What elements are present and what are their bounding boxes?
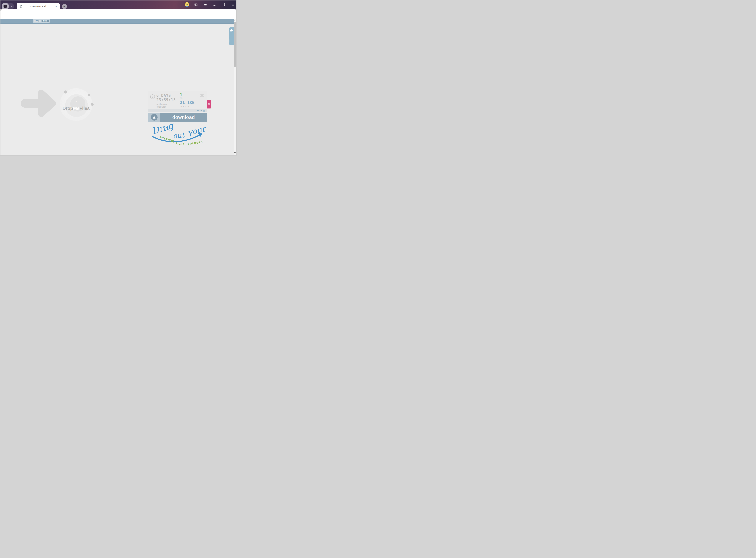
dropmefiles-logo: ↓ DropMeFiles	[60, 88, 92, 121]
like-side-tab[interactable]	[229, 27, 234, 45]
collections-bookmark-icon	[194, 3, 198, 6]
tabstrip-separator	[15, 5, 15, 8]
download-white-arrow-icon	[153, 116, 156, 119]
logo-down-arrow: ↓	[60, 97, 92, 103]
expiry-caption-line1: until upload	[157, 103, 168, 105]
expiry-days: 6 DAYS	[156, 93, 171, 98]
file-count-label: file	[180, 97, 183, 99]
lang-eng-button[interactable]: ENG	[42, 20, 49, 22]
thumbs-up-icon	[230, 29, 233, 32]
download-button[interactable]: download	[148, 113, 207, 122]
logo-word-me: Me	[73, 106, 79, 111]
drag-direction-arrow	[20, 86, 57, 120]
logo-orbit-dot	[64, 91, 67, 94]
tab-title: Example Domain	[22, 5, 55, 7]
logo-word-drop: Drop	[62, 106, 73, 111]
tab-counter-shield-icon: 1	[3, 4, 7, 8]
scrollbar-down-arrow[interactable]	[234, 152, 236, 153]
file-count: 1	[180, 93, 182, 97]
plus-icon: +	[63, 5, 65, 8]
expiry-countdown: 23:59:13	[156, 98, 176, 102]
toolbar: Я example.com Example Domain	[0, 9, 236, 19]
upload-info-panel: 6 DAYS 23:59:13 until upload expiration …	[148, 91, 207, 112]
expiry-caption-line2: expiration	[157, 105, 166, 108]
page-document-icon	[20, 5, 22, 8]
total-size-label: total size	[180, 105, 189, 108]
menu-lines-icon	[204, 3, 207, 6]
svg-text:1: 1	[4, 5, 6, 7]
lang-rus-button[interactable]: РУС	[34, 20, 41, 22]
logo-wordmark: DropMeFiles	[60, 106, 92, 111]
lang-eng-label: ENG	[43, 20, 47, 22]
panel-more-strip: MORE +	[148, 109, 207, 112]
download-label: download	[172, 115, 195, 120]
logo-orbit-dot	[91, 103, 93, 106]
maximize-icon	[222, 3, 225, 6]
download-button-icon-cell[interactable]	[148, 113, 160, 122]
clock-icon	[150, 94, 156, 100]
page-content: ↓ DropMeFiles 6 DAYS 23:59:13 until uplo…	[0, 24, 234, 155]
avatar-face-icon	[185, 2, 189, 7]
tab-counter-chip[interactable]: 1	[2, 3, 9, 9]
upload-info-main: 6 DAYS 23:59:13 until upload expiration …	[148, 91, 207, 109]
language-switch: РУС ENG	[33, 19, 50, 23]
tab-counter-chevron[interactable]	[9, 5, 14, 7]
browser-menu-button[interactable]	[204, 3, 208, 7]
more-link[interactable]: MORE	[197, 109, 202, 112]
browser-window: 1 Example Domain ✕ +	[0, 0, 237, 155]
scrollbar-thumb[interactable]	[234, 22, 236, 67]
minimize-button[interactable]	[213, 3, 216, 7]
collections-button[interactable]	[194, 3, 198, 6]
new-tab-button[interactable]: +	[62, 4, 67, 9]
active-tab[interactable]: Example Domain ✕	[17, 3, 60, 10]
total-size-value: 21.1KB	[180, 101, 195, 105]
profile-avatar[interactable]	[185, 2, 189, 7]
close-icon	[232, 3, 235, 6]
more-plus-glyph: +	[204, 110, 205, 111]
tab-strip: 1 Example Domain ✕ +	[0, 0, 236, 9]
scrollbar-up-arrow[interactable]	[234, 20, 236, 21]
download-circle	[151, 114, 158, 121]
close-window-button[interactable]	[231, 3, 235, 7]
more-plus-button[interactable]: +	[203, 110, 205, 112]
maximize-button[interactable]	[222, 3, 225, 6]
minimize-icon	[213, 3, 216, 6]
panel-divider	[178, 93, 178, 107]
logo-orbit-dot	[88, 94, 90, 96]
logo-word-files: Files	[79, 106, 90, 111]
sad-feedback-icon	[208, 103, 211, 106]
feedback-tab[interactable]	[207, 100, 211, 108]
download-button-label-cell[interactable]: download	[160, 113, 207, 122]
tab-close-icon[interactable]: ✕	[55, 5, 58, 8]
chevron-down-icon	[10, 5, 12, 7]
tab-counter-button[interactable]: 1	[2, 3, 14, 9]
lang-rus-label: РУС	[35, 20, 39, 22]
panel-close-button[interactable]	[200, 93, 204, 98]
